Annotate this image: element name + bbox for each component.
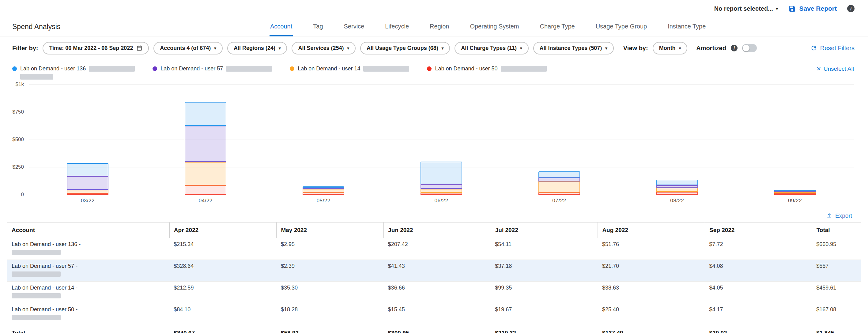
stacked-bar-07-22[interactable] xyxy=(538,171,580,195)
bar-segment-lab-on-demand-user-50 xyxy=(538,193,580,195)
y-axis-label: $500 xyxy=(6,136,24,143)
filter-pill-accounts-4[interactable]: Accounts 4 (of 674)▾ xyxy=(153,42,223,55)
view-by-dropdown[interactable]: Month ▾ xyxy=(653,42,688,55)
table-row[interactable]: Lab on Demand - user 14 -$212.59$35.30$3… xyxy=(7,281,861,303)
info-icon[interactable]: i xyxy=(731,45,738,52)
tab-operating-system[interactable]: Operating System xyxy=(469,23,520,36)
reset-filters-button[interactable]: Reset Filters xyxy=(810,45,855,52)
legend-item-lab-on-demand-user-50[interactable]: Lab on Demand - user 50 xyxy=(427,66,547,72)
value-cell: $557 xyxy=(812,260,861,281)
tab-region[interactable]: Region xyxy=(429,23,450,36)
value-cell: $21.70 xyxy=(598,260,705,281)
redacted-text xyxy=(226,66,272,72)
value-cell: $25.40 xyxy=(598,303,705,325)
stacked-bar-05-22[interactable] xyxy=(303,187,344,195)
table-row[interactable]: Lab on Demand - user 57 -$328.64$2.39$41… xyxy=(7,260,861,281)
filter-pill-all-instance-types[interactable]: All Instance Types (507)▾ xyxy=(533,42,614,55)
bar-segment-lab-on-demand-user-50 xyxy=(656,192,698,195)
filter-pill-label: Time: 06 Mar 2022 - 06 Sep 2022 xyxy=(49,45,133,52)
legend-label: Lab on Demand - user 50 xyxy=(435,66,497,72)
tab-service[interactable]: Service xyxy=(343,23,365,36)
column-header-jul-2022: Jul 2022 xyxy=(491,223,598,238)
column-header-account: Account xyxy=(7,223,169,238)
chart-column xyxy=(618,85,736,195)
save-report-button[interactable]: Save Report xyxy=(788,5,837,12)
y-axis-label: $1k xyxy=(6,81,24,88)
amortized-toggle[interactable] xyxy=(742,44,757,52)
account-cell: Lab on Demand - user 50 - xyxy=(7,303,169,325)
value-cell: $4.05 xyxy=(705,281,812,303)
stacked-bar-09-22[interactable] xyxy=(774,190,816,195)
gridline xyxy=(29,195,854,195)
chart-column xyxy=(29,85,147,195)
filter-pill-time-06-mar-2022-06-sep-2022[interactable]: Time: 06 Mar 2022 - 06 Sep 2022 xyxy=(42,42,149,55)
value-cell: $2.39 xyxy=(277,260,384,281)
unselect-all-label: Unselect All xyxy=(824,66,854,72)
y-axis-label: 0 xyxy=(6,192,24,198)
total-value-cell: $210.32 xyxy=(491,325,598,333)
bar-segment-lab-on-demand-user-50 xyxy=(774,193,816,195)
filter-pill-all-services[interactable]: All Services (254)▾ xyxy=(291,42,355,55)
column-header-apr-2022: Apr 2022 xyxy=(169,223,277,238)
bar-segment-lab-on-demand-user-57 xyxy=(421,184,462,189)
table-row[interactable]: Lab on Demand - user 50 -$84.10$18.28$15… xyxy=(7,303,861,325)
tab-instance-type[interactable]: Instance Type xyxy=(667,23,706,36)
export-button[interactable]: Export xyxy=(0,212,852,219)
account-cell: Lab on Demand - user 136 - xyxy=(7,238,169,260)
stacked-bar-08-22[interactable] xyxy=(656,180,698,195)
x-axis-label: 03/22 xyxy=(29,198,147,204)
account-cell: Lab on Demand - user 14 - xyxy=(7,281,169,303)
stacked-bar-03-22[interactable] xyxy=(67,163,108,195)
total-value-cell: $840.67 xyxy=(169,325,277,333)
table-row[interactable]: Lab on Demand - user 136 -$215.34$2.95$2… xyxy=(7,238,861,260)
chart-column xyxy=(382,85,500,195)
tab-usage-type-group[interactable]: Usage Type Group xyxy=(595,23,648,36)
value-cell: $51.76 xyxy=(598,238,705,260)
value-cell: $207.42 xyxy=(384,238,491,260)
legend-item-lab-on-demand-user-14[interactable]: Lab on Demand - user 14 xyxy=(290,66,409,72)
report-selector-dropdown[interactable]: No report selected... ▾ xyxy=(714,5,778,12)
filter-pill-label: All Instance Types (507) xyxy=(540,45,602,52)
legend-item-lab-on-demand-user-57[interactable]: Lab on Demand - user 57 xyxy=(153,66,272,72)
value-cell: $328.64 xyxy=(169,260,277,281)
y-axis-label: $250 xyxy=(6,164,24,170)
bar-segment-lab-on-demand-user-14 xyxy=(303,189,344,193)
legend-line: Lab on Demand - user 14 xyxy=(290,66,409,72)
tab-charge-type[interactable]: Charge Type xyxy=(539,23,576,36)
color-dot xyxy=(153,66,157,71)
bar-segment-lab-on-demand-user-136 xyxy=(185,102,226,126)
total-value-cell: $58.92 xyxy=(277,325,384,333)
legend-item-lab-on-demand-user-136[interactable]: Lab on Demand - user 136 xyxy=(12,66,135,79)
x-axis-label: 04/22 xyxy=(147,198,265,204)
tab-account[interactable]: Account xyxy=(270,23,293,36)
value-cell: $35.30 xyxy=(277,281,384,303)
x-axis-label: 05/22 xyxy=(265,198,382,204)
tab-lifecycle[interactable]: Lifecycle xyxy=(384,23,409,36)
filter-pill-all-charge-types[interactable]: All Charge Types (11)▾ xyxy=(455,42,528,55)
export-icon xyxy=(826,213,833,219)
total-label: Total xyxy=(7,325,169,333)
redacted-text xyxy=(89,66,135,72)
value-cell: $4.17 xyxy=(705,303,812,325)
info-icon[interactable]: i xyxy=(847,5,855,12)
value-cell: $2.95 xyxy=(277,238,384,260)
filter-pill-all-usage-type-groups[interactable]: All Usage Type Groups (68)▾ xyxy=(360,42,450,55)
bar-segment-lab-on-demand-user-14 xyxy=(538,181,580,193)
x-axis-label: 07/22 xyxy=(500,198,618,204)
view-by-label: View by: xyxy=(623,45,648,52)
filter-pill-label: Accounts 4 (of 674) xyxy=(160,45,211,52)
bar-segment-lab-on-demand-user-57 xyxy=(185,126,226,162)
unselect-all-button[interactable]: ✕ Unselect All xyxy=(816,66,854,72)
chart-plot-area xyxy=(29,85,854,195)
tab-tag[interactable]: Tag xyxy=(312,23,323,36)
x-axis: 03/2204/2205/2206/2207/2208/2209/22 xyxy=(29,198,854,204)
total-value-cell: $1,845 xyxy=(812,325,861,333)
top-bar: No report selected... ▾ Save Report i xyxy=(0,0,868,17)
stacked-bar-04-22[interactable] xyxy=(185,102,226,195)
x-axis-label: 09/22 xyxy=(736,198,854,204)
chevron-down-icon: ▾ xyxy=(442,46,444,51)
spend-chart: $1k$750$500$2500 03/2204/2205/2206/2207/… xyxy=(6,85,854,204)
stacked-bar-06-22[interactable] xyxy=(421,162,462,195)
chevron-down-icon: ▾ xyxy=(279,46,281,51)
filter-pill-all-regions[interactable]: All Regions (24)▾ xyxy=(227,42,287,55)
